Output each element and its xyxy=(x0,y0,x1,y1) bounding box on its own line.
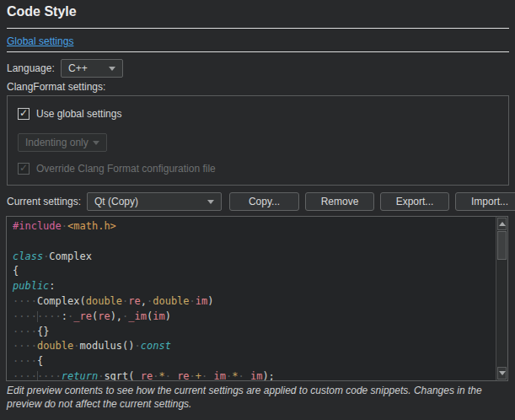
code-token: + xyxy=(196,370,201,380)
code-token: <math.h> xyxy=(67,220,116,232)
current-settings-label: Current settings: xyxy=(7,196,81,207)
code-token: modulus() xyxy=(80,340,135,352)
code-token: ) xyxy=(165,310,171,322)
code-token: ) xyxy=(207,295,213,307)
code-token: _im xyxy=(244,370,263,380)
scrollbar-thumb[interactable] xyxy=(497,231,507,260)
code-line xyxy=(13,234,495,250)
code-line: public: xyxy=(13,279,495,294)
code-token: re xyxy=(128,295,140,307)
whitespace-dots: · xyxy=(165,370,171,380)
override-clang-format-label: Override Clang Format configuration file xyxy=(36,163,216,175)
code-token: double xyxy=(86,295,122,307)
whitespace-dots: · xyxy=(190,370,196,380)
whitespace-dots: · xyxy=(190,295,196,307)
scroll-down-icon xyxy=(499,371,506,375)
code-line: ····double·modulus()·const xyxy=(13,339,495,354)
whitespace-dots: · xyxy=(135,340,141,352)
whitespace-dots: ···· xyxy=(13,340,37,352)
code-token: _im xyxy=(207,370,226,380)
code-token: : xyxy=(62,310,67,322)
separator xyxy=(7,51,509,52)
code-line: ····Complex(double·re,·double·im) xyxy=(13,294,495,310)
vertical-scrollbar[interactable] xyxy=(496,217,507,380)
language-label: Language: xyxy=(7,62,55,74)
scroll-down-button[interactable] xyxy=(497,367,507,380)
code-line: #include·<math.h> xyxy=(13,219,495,234)
checkbox-checked-icon xyxy=(18,108,30,120)
import-button[interactable]: Import... xyxy=(455,192,515,211)
checkbox-checked-icon xyxy=(18,163,30,175)
indenting-mode-value: Indenting only xyxy=(25,137,89,148)
code-token: _im xyxy=(128,310,147,322)
code-token: double xyxy=(153,295,189,307)
current-settings-value: Qt (Copy) xyxy=(94,196,138,207)
code-token: im xyxy=(153,310,164,322)
separator xyxy=(7,28,509,29)
code-token: return xyxy=(62,370,98,380)
indenting-mode-select: Indenting only xyxy=(18,133,107,152)
copy-button[interactable]: Copy... xyxy=(229,192,299,211)
code-line: ········return·sqrt(_re·*·_re·+·_im·*·_i… xyxy=(13,369,495,380)
language-select-value: C++ xyxy=(68,62,88,74)
indent-guide xyxy=(37,371,38,380)
whitespace-dots: ···· xyxy=(13,326,37,337)
code-token: im xyxy=(196,295,207,307)
dropdown-arrow-icon xyxy=(207,200,214,204)
scroll-up-icon xyxy=(499,222,506,226)
code-token: #include xyxy=(13,220,62,232)
code-token: { xyxy=(13,265,19,277)
code-token: ); xyxy=(262,370,274,380)
code-token: _re xyxy=(135,370,153,380)
use-global-settings-label: Use global settings xyxy=(36,108,121,120)
preview-hint-text: Edit preview contents to see how the cur… xyxy=(7,385,510,411)
language-select[interactable]: C++ xyxy=(61,59,123,78)
scroll-up-button[interactable] xyxy=(497,218,507,230)
code-token: {} xyxy=(37,326,49,337)
current-settings-select[interactable]: Qt (Copy) xyxy=(87,192,222,211)
code-token: : xyxy=(49,280,55,292)
code-token: class xyxy=(13,250,43,262)
clangformat-settings-label: ClangFormat settings: xyxy=(7,81,105,93)
code-token: _re xyxy=(171,370,190,380)
use-global-settings-checkbox[interactable]: Use global settings xyxy=(18,108,121,120)
remove-button[interactable]: Remove xyxy=(305,192,374,211)
code-token: const xyxy=(141,340,171,352)
export-button[interactable]: Export... xyxy=(380,192,449,211)
whitespace-dots: · xyxy=(238,370,244,380)
code-area[interactable]: #include·<math.h>class·Complex{public:··… xyxy=(7,217,495,380)
code-token: Complex xyxy=(49,250,92,262)
code-token: _re xyxy=(73,310,92,322)
dropdown-arrow-icon xyxy=(109,67,115,71)
code-token: Complex( xyxy=(37,295,86,307)
global-settings-link[interactable]: Global settings xyxy=(7,35,73,47)
indent-guide xyxy=(37,311,38,322)
code-token: double xyxy=(37,340,73,352)
clangformat-groupbox: Use global settings Indenting only Overr… xyxy=(7,95,509,186)
code-line: { xyxy=(13,264,495,279)
override-clang-format-checkbox: Override Clang Format configuration file xyxy=(18,163,216,175)
whitespace-dots: · xyxy=(62,220,67,232)
whitespace-dots: ···· xyxy=(13,355,37,367)
code-token: re xyxy=(98,310,110,322)
code-line: class·Complex xyxy=(13,250,495,265)
whitespace-dots: ···· xyxy=(13,295,37,307)
code-token: ), xyxy=(110,310,122,322)
code-token: sqrt( xyxy=(104,370,134,380)
code-token: , xyxy=(141,295,147,307)
code-line: ····{} xyxy=(13,325,495,340)
whitespace-dots: · xyxy=(73,340,79,352)
code-line: ····{ xyxy=(13,354,495,369)
code-style-settings-page: Code Style Global settings Language: C++… xyxy=(0,0,515,420)
code-token: { xyxy=(37,355,43,367)
code-token: * xyxy=(158,370,164,380)
code-line: ········:·_re(re),·_im(im) xyxy=(13,310,495,325)
code-token: public xyxy=(13,280,49,292)
dropdown-arrow-icon xyxy=(93,141,99,145)
page-title: Code Style xyxy=(7,4,77,19)
code-preview-editor[interactable]: #include·<math.h>class·Complex{public:··… xyxy=(6,216,508,381)
